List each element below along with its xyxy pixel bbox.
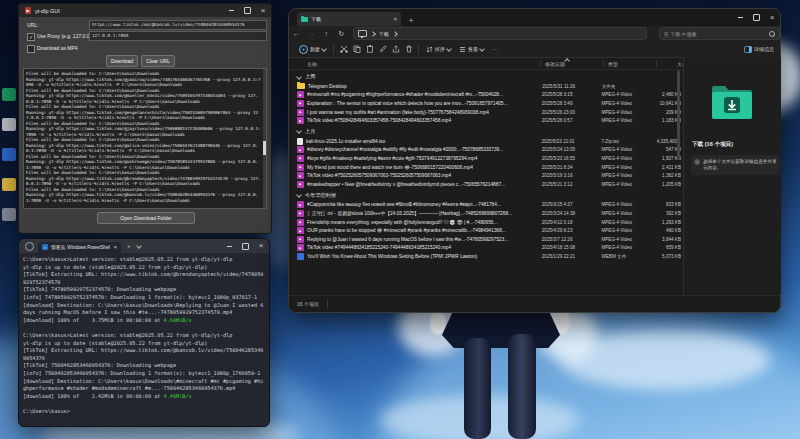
sort-button[interactable]: 排序 bbox=[422, 43, 455, 55]
back-button[interactable]: ← bbox=[289, 30, 304, 37]
download-mp4-checkbox[interactable] bbox=[27, 45, 35, 53]
table-row[interactable]: Telegram Desktop2025/5/31 11:26文件夹 bbox=[289, 82, 681, 91]
new-tab-button[interactable]: + bbox=[409, 17, 413, 24]
column-name[interactable]: 名称 bbox=[307, 61, 540, 67]
list-scrollbar[interactable] bbox=[677, 70, 680, 294]
breadcrumb[interactable]: 下载 bbox=[353, 27, 647, 40]
cut-button[interactable] bbox=[337, 43, 350, 55]
download-button[interactable]: Download bbox=[106, 55, 138, 67]
file-type: MPEG-4 Video bbox=[601, 245, 650, 250]
ytdlp-log-area[interactable]: Files will be downloaded to: C:\Users\ka… bbox=[23, 68, 267, 209]
breadcrumb-separator-icon bbox=[392, 31, 398, 37]
more-options-button[interactable]: ··· bbox=[488, 43, 501, 55]
terminal-line: [download] 100% of 3.75MiB in 00:00:00 a… bbox=[23, 317, 265, 325]
explorer-tab[interactable]: 下载 bbox=[297, 12, 401, 26]
file-type: MPEG-4 Video bbox=[601, 101, 650, 106]
table-row[interactable]: kali-linux-2025.1c-installer-amd64.iso20… bbox=[289, 137, 681, 146]
desktop-icon-folder[interactable] bbox=[2, 178, 16, 191]
file-type: MPEG-4 Video bbox=[601, 211, 650, 216]
maximize-button[interactable] bbox=[748, 9, 764, 26]
maximize-button[interactable] bbox=[239, 4, 255, 17]
desktop-icon-gray[interactable] bbox=[2, 208, 16, 221]
tab-close-icon[interactable] bbox=[393, 16, 397, 22]
table-row[interactable]: ▶TikTok video #7508428494603357458-75084… bbox=[289, 116, 681, 125]
file-date: 2025/4/12 0:18 bbox=[542, 220, 602, 225]
video-icon: ▶ bbox=[297, 181, 304, 188]
tab-close-icon[interactable] bbox=[113, 244, 117, 250]
view-button[interactable]: 查看 bbox=[455, 43, 488, 55]
new-tab-button[interactable]: + bbox=[127, 243, 131, 249]
share-button[interactable] bbox=[389, 43, 402, 55]
clear-url-button[interactable]: Clear URL bbox=[141, 55, 175, 67]
refresh-button[interactable]: ↻ bbox=[334, 30, 349, 38]
table-row[interactable]: ▶#disney #disneychannel #nostalgia #edit… bbox=[289, 146, 681, 155]
list-scrollbar-thumb[interactable] bbox=[677, 70, 680, 160]
file-name: OUR pranks have to be stopped 😂 #minecra… bbox=[307, 228, 542, 233]
maximize-button[interactable] bbox=[237, 239, 253, 253]
details-pane-toggle[interactable]: 详细信息 bbox=[744, 46, 774, 53]
new-button[interactable]: + 新建 bbox=[295, 43, 330, 55]
table-row[interactable]: ▶TikTok video #7494448634185215240-74944… bbox=[289, 244, 681, 253]
desktop-icon-excel[interactable] bbox=[2, 88, 16, 101]
table-row[interactable]: ▶I just wanna wear my outfits #art #anim… bbox=[289, 108, 681, 117]
file-name: I just wanna wear my outfits #art #anima… bbox=[307, 110, 542, 115]
close-button[interactable] bbox=[764, 9, 780, 26]
paste-button[interactable] bbox=[363, 43, 376, 55]
copy-button[interactable] bbox=[350, 43, 363, 55]
table-row[interactable]: You'll Wish You Knew About This Windows … bbox=[289, 252, 681, 261]
terminal-line: C:\Users\kasus>Latest version: stable@20… bbox=[23, 256, 265, 264]
group-header[interactable]: 上周 bbox=[297, 72, 681, 81]
delete-button[interactable] bbox=[402, 43, 415, 55]
desktop-icon-vlc[interactable] bbox=[2, 148, 16, 161]
desktop-icon-app[interactable] bbox=[2, 118, 16, 131]
video-icon: ▶ bbox=[297, 219, 304, 226]
minimize-button[interactable] bbox=[221, 239, 237, 253]
iso-icon bbox=[297, 138, 303, 145]
plus-icon: + bbox=[299, 45, 308, 54]
table-row[interactable]: ▶#toys #gifts #makeup #satisfying #asmr … bbox=[289, 154, 681, 163]
explorer-tabbar[interactable]: 下载 + bbox=[289, 9, 780, 26]
close-button[interactable] bbox=[253, 239, 269, 253]
breadcrumb-downloads[interactable]: 下载 bbox=[379, 31, 389, 37]
search-box[interactable] bbox=[659, 27, 780, 40]
chevron-down-icon bbox=[296, 129, 302, 135]
column-type[interactable]: 类型 bbox=[604, 61, 656, 67]
forward-button[interactable]: → bbox=[304, 30, 319, 37]
terminal-line: [download] Destination: C:\Users\kasus\D… bbox=[23, 378, 265, 393]
table-row[interactable]: ▶〖正!竹〗mi・容易@slova 100k++中【24.03.2025】———… bbox=[289, 209, 681, 218]
open-download-folder-button[interactable]: Open Download Folder bbox=[97, 212, 195, 224]
table-row[interactable]: ▶My friend just stood there and watch me… bbox=[289, 163, 681, 172]
group-header[interactable]: 上月 bbox=[297, 127, 681, 136]
tab-dropdown-button[interactable] bbox=[137, 243, 141, 249]
group-label: 上周 bbox=[305, 73, 315, 80]
proxy-input[interactable]: 127.0.0.1:7890 bbox=[89, 31, 267, 41]
terminal-output[interactable]: C:\Users\kasus>Latest version: stable@20… bbox=[23, 256, 265, 422]
table-row[interactable]: ▶TikTok video #7502526057509067063-75025… bbox=[289, 171, 681, 180]
rename-button[interactable] bbox=[376, 43, 389, 55]
table-row[interactable]: ▶#Сappomnita like мышцу без ножей они #6… bbox=[289, 201, 681, 210]
up-button[interactable]: ↑ bbox=[319, 30, 334, 37]
table-row[interactable]: ▶OUR pranks have to be stopped 😂 #minecr… bbox=[289, 226, 681, 235]
minimize-button[interactable] bbox=[732, 9, 748, 26]
table-row[interactable]: ▶#minecraft #mc #pcgaming #highperforman… bbox=[289, 91, 681, 100]
terminal-tabbar[interactable]: > 管理员: Windows PowerShell + bbox=[19, 239, 269, 253]
search-input[interactable] bbox=[664, 31, 769, 37]
terminal-tab[interactable]: > 管理员: Windows PowerShell bbox=[38, 242, 121, 253]
ytdlp-titlebar[interactable]: ▶ yt-dlp GUI bbox=[19, 4, 271, 17]
log-scrollbar-thumb[interactable] bbox=[263, 141, 266, 155]
table-row[interactable]: ▶Friendship means everything, especially… bbox=[289, 218, 681, 227]
close-button[interactable] bbox=[255, 4, 271, 17]
file-type: MPEG-4 Video bbox=[601, 220, 650, 225]
file-date: 2025/5/21 3:12 bbox=[542, 182, 602, 187]
table-row[interactable]: ▶Explanation：The sensor in optical mice … bbox=[289, 99, 681, 108]
use-proxy-checkbox[interactable]: ✓ bbox=[27, 33, 35, 41]
file-type: MPEG-4 Video bbox=[601, 147, 650, 152]
group-header[interactable]: 今年早些时候 bbox=[297, 191, 681, 200]
minimize-icon bbox=[229, 10, 234, 11]
log-scrollbar[interactable] bbox=[263, 69, 266, 208]
table-row[interactable]: ▶#maskedrapper • New @breathedivinity x … bbox=[289, 180, 681, 189]
minimize-button[interactable] bbox=[223, 4, 239, 17]
column-date[interactable]: 修改日期 bbox=[541, 61, 603, 67]
table-row[interactable]: ▶Replying to @Juan I wasted 6 days runni… bbox=[289, 235, 681, 244]
url-input[interactable]: https://www.tiktok.com/@bancob.lv/video/… bbox=[89, 20, 267, 30]
